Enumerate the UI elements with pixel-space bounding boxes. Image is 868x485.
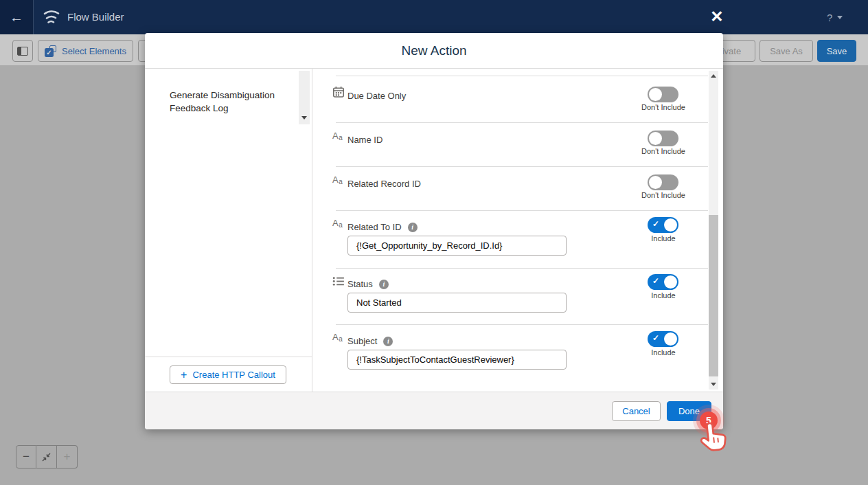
subject-input[interactable]: {!TaskSubjectToContactGuestReviewer} xyxy=(347,350,567,370)
row-divider xyxy=(336,324,708,325)
status-input[interactable]: Not Started xyxy=(347,293,567,313)
help-icon: ? xyxy=(827,12,832,23)
scroll-up-icon[interactable] xyxy=(711,74,716,78)
close-modal-button[interactable]: ✕ xyxy=(706,5,728,27)
toggle-subject[interactable]: ✓ xyxy=(648,331,678,347)
hand-cursor-icon xyxy=(693,419,731,460)
field-label: Due Date Only xyxy=(347,91,406,101)
modal-footer: Cancel Done xyxy=(145,392,723,429)
row-divider xyxy=(336,210,708,211)
plus-icon: + xyxy=(64,450,71,464)
toggle-state-label: Don't Include xyxy=(626,191,701,199)
info-icon[interactable]: i xyxy=(379,280,389,289)
field-label: Name ID xyxy=(347,135,382,145)
info-icon[interactable]: i xyxy=(408,223,418,232)
flow-builder-logo-icon xyxy=(43,10,60,25)
zoom-in-button[interactable]: + xyxy=(57,445,78,469)
modal-header: New Action xyxy=(145,33,723,69)
toggle-status[interactable]: ✓ xyxy=(648,274,678,290)
toggle-state-label: Don't Include xyxy=(626,147,701,155)
text-icon: Aa xyxy=(332,218,345,229)
flow-builder-screen: ← Flow Builder ✕ ? ✓ Select Elements xyxy=(0,0,868,485)
select-elements-label: Select Elements xyxy=(62,46,126,56)
zoom-out-button[interactable]: − xyxy=(16,445,36,469)
select-elements-button[interactable]: ✓ Select Elements xyxy=(38,40,133,62)
list-icon xyxy=(332,275,345,287)
action-list-panel: Generate Disambiguation Feedback Log + C… xyxy=(145,69,312,392)
info-icon[interactable]: i xyxy=(383,337,393,346)
toggle-related-to-id[interactable]: ✓ xyxy=(648,217,678,233)
back-icon: ← xyxy=(10,10,23,25)
close-icon: ✕ xyxy=(710,8,723,26)
field-label: Status i xyxy=(347,279,389,289)
text-icon: Aa xyxy=(332,332,345,343)
toggle-related-record-id[interactable] xyxy=(648,174,678,190)
canvas-zoom-controls: − + xyxy=(16,445,78,469)
row-divider xyxy=(336,76,708,76)
field-list-panel: Due Date Only Don't Include Aa Name ID D… xyxy=(312,69,723,392)
check-icon: ✓ xyxy=(652,333,659,343)
field-label: Related Record ID xyxy=(347,179,421,189)
panel-icon xyxy=(17,47,28,56)
back-button[interactable]: ← xyxy=(0,0,33,34)
toggle-state-label: Include xyxy=(626,291,701,300)
row-divider xyxy=(336,122,708,123)
toggle-name-id[interactable] xyxy=(648,131,678,146)
calendar-icon xyxy=(332,86,345,98)
cancel-button[interactable]: Cancel xyxy=(612,401,661,421)
save-as-label: Save As xyxy=(770,46,803,56)
toggle-state-label: Include xyxy=(626,234,701,242)
check-icon: ✓ xyxy=(652,219,659,229)
toggle-state-label: Don't Include xyxy=(626,103,701,111)
top-nav: ← Flow Builder ✕ ? xyxy=(0,0,868,34)
row-divider xyxy=(336,268,708,269)
left-panel-footer: + Create HTTP Callout xyxy=(145,357,312,392)
fit-view-icon xyxy=(42,453,51,462)
text-icon: Aa xyxy=(332,131,345,142)
toggle-state-label: Include xyxy=(626,348,701,357)
save-label: Save xyxy=(827,46,847,56)
scroll-down-icon[interactable] xyxy=(301,116,307,120)
toggle-panel-button[interactable] xyxy=(12,40,33,62)
create-http-callout-label: Create HTTP Callout xyxy=(192,370,275,380)
modal-title: New Action xyxy=(145,33,723,69)
modal-body: Generate Disambiguation Feedback Log + C… xyxy=(145,69,723,392)
create-http-callout-button[interactable]: + Create HTTP Callout xyxy=(170,365,286,384)
field-list-scrollbar[interactable] xyxy=(709,71,718,390)
chevron-down-icon xyxy=(837,16,843,19)
save-button[interactable]: Save xyxy=(817,40,856,62)
text-icon: Aa xyxy=(332,174,345,186)
plus-icon: + xyxy=(181,370,187,381)
field-label: Related To ID i xyxy=(347,222,418,232)
new-action-modal: New Action Generate Disambiguation Feedb… xyxy=(145,33,723,429)
action-list-scrollbar[interactable] xyxy=(299,71,310,124)
row-divider xyxy=(336,166,708,167)
selected-action-item[interactable]: Generate Disambiguation Feedback Log xyxy=(170,89,283,115)
nav-divider xyxy=(33,0,34,34)
fit-view-button[interactable] xyxy=(36,445,57,469)
help-menu[interactable]: ? xyxy=(827,0,843,34)
select-elements-icon: ✓ xyxy=(45,45,56,57)
toggle-due-date-only[interactable] xyxy=(648,87,678,102)
minus-icon: − xyxy=(23,450,30,464)
save-as-button[interactable]: Save As xyxy=(760,40,813,62)
check-icon: ✓ xyxy=(652,276,659,286)
app-title: Flow Builder xyxy=(67,0,124,34)
scrollbar-thumb[interactable] xyxy=(709,215,718,376)
scroll-down-icon[interactable] xyxy=(711,383,716,386)
field-label: Subject i xyxy=(347,336,393,346)
related-to-id-input[interactable]: {!Get_Opportunity_by_Record_ID.Id} xyxy=(347,236,567,256)
